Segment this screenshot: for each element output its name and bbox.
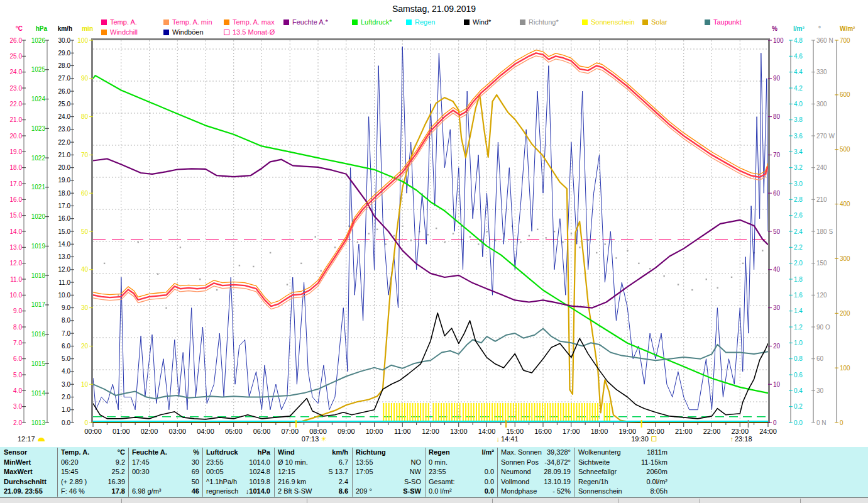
svg-text:1023: 1023 xyxy=(31,125,46,132)
svg-text:70: 70 xyxy=(773,152,781,158)
svg-text:15.0: 15.0 xyxy=(10,212,23,219)
svg-text:20.0: 20.0 xyxy=(58,164,71,171)
svg-text:3.0: 3.0 xyxy=(62,381,70,388)
table-cell-conditions-value: 2060m xyxy=(578,468,667,475)
table-cell-luftdruck-value: 1024.8 xyxy=(206,468,270,475)
svg-text:8.0: 8.0 xyxy=(62,317,70,324)
svg-text:01:00: 01:00 xyxy=(113,428,130,435)
svg-text:04:00: 04:00 xyxy=(197,428,214,435)
svg-text:2.0: 2.0 xyxy=(62,394,70,401)
strip-divider xyxy=(492,499,493,503)
table-cell-wind-value: 8.6 xyxy=(278,487,348,495)
svg-text:17:00: 17:00 xyxy=(563,428,580,435)
svg-text:2.4: 2.4 xyxy=(794,228,803,235)
svg-text:1017: 1017 xyxy=(31,301,46,308)
svg-text:2.0: 2.0 xyxy=(13,419,22,426)
table-cell-feuchte-value: 69 xyxy=(132,468,199,475)
svg-text:1.4: 1.4 xyxy=(794,307,803,314)
svg-text:0.4: 0.4 xyxy=(794,387,803,394)
svg-text:20.0: 20.0 xyxy=(10,133,23,140)
svg-text:0: 0 xyxy=(773,419,777,426)
svg-text:80: 80 xyxy=(773,113,781,120)
svg-text:3.0: 3.0 xyxy=(13,403,22,410)
svg-text:1015: 1015 xyxy=(31,360,46,367)
svg-text:24:00: 24:00 xyxy=(759,428,777,435)
table-column-separator xyxy=(352,448,353,497)
svg-text:270 W: 270 W xyxy=(816,133,835,140)
table-column-separator xyxy=(497,448,498,497)
svg-text:26.0: 26.0 xyxy=(58,88,71,95)
table-cell-wind-value: 6.7 xyxy=(278,458,348,466)
svg-text:15.0: 15.0 xyxy=(58,228,71,235)
svg-text:4.0: 4.0 xyxy=(13,387,22,394)
svg-text:11.0: 11.0 xyxy=(58,279,70,286)
svg-text:700: 700 xyxy=(840,37,850,44)
svg-text:00:00: 00:00 xyxy=(84,428,102,435)
svg-text:1.0: 1.0 xyxy=(62,406,70,413)
svg-text:3.8: 3.8 xyxy=(794,116,803,123)
svg-text:06:00: 06:00 xyxy=(253,428,271,435)
summary-table: SensorMinWertMaxWertDurchschnitt21.09. 2… xyxy=(0,447,868,497)
svg-text:40: 40 xyxy=(81,266,89,273)
svg-text:11:00: 11:00 xyxy=(394,428,411,435)
svg-text:50: 50 xyxy=(773,228,781,235)
svg-text:5.0: 5.0 xyxy=(62,355,70,362)
table-cell-richtung-label: Richtung xyxy=(356,448,386,456)
table-cell-astro-value: -34,872° xyxy=(501,458,571,466)
chart-plot-area[interactable]: 2.03.04.05.06.07.08.09.010.011.012.013.0… xyxy=(0,0,868,445)
svg-text:4.8: 4.8 xyxy=(794,37,803,44)
svg-text:3.0: 3.0 xyxy=(794,180,803,187)
svg-text:1024: 1024 xyxy=(31,96,46,102)
table-cell-richtung-value: NO xyxy=(356,458,421,466)
svg-text:02:00: 02:00 xyxy=(141,428,158,435)
svg-text:3.6: 3.6 xyxy=(794,133,803,140)
svg-text:09:00: 09:00 xyxy=(338,428,355,435)
svg-text:3.4: 3.4 xyxy=(794,148,803,155)
svg-text:4.2: 4.2 xyxy=(794,85,803,92)
table-cell-temp-value: 17.8 xyxy=(61,487,125,495)
weather-day-chart-app: Samstag, 21.09.2019 Temp. A.Temp. A. min… xyxy=(0,0,868,503)
svg-text:60: 60 xyxy=(81,190,89,197)
svg-text:210: 210 xyxy=(816,196,827,203)
table-cell-wind-value: 2.4 xyxy=(278,478,348,485)
svg-text:1013: 1013 xyxy=(31,419,46,426)
svg-text:18.0: 18.0 xyxy=(58,190,71,197)
table-column-separator xyxy=(274,448,275,497)
svg-text:180 S: 180 S xyxy=(816,228,833,235)
series-sonnenschein xyxy=(383,403,610,421)
svg-text:0.0: 0.0 xyxy=(62,419,70,426)
svg-text:70: 70 xyxy=(81,152,89,158)
svg-text:13:00: 13:00 xyxy=(450,428,468,435)
table-cell-luftdruck-value: 1019.8 xyxy=(206,478,270,485)
axis-lm2: 0.00.20.40.60.81.01.21.41.61.82.02.22.42… xyxy=(789,37,803,426)
svg-text:8.0: 8.0 xyxy=(13,324,22,331)
table-cell-temp-value: °C xyxy=(61,448,125,456)
svg-text:20: 20 xyxy=(81,343,89,350)
svg-text:12:00: 12:00 xyxy=(422,428,439,435)
svg-text:05:00: 05:00 xyxy=(225,428,243,435)
svg-text:100: 100 xyxy=(840,365,850,372)
table-cell-regen-value: l/m² xyxy=(429,448,494,456)
svg-text:30.0: 30.0 xyxy=(58,37,71,44)
svg-text:90 O: 90 O xyxy=(816,324,830,331)
table-cell-richtung-value: S-SW xyxy=(356,487,421,495)
svg-text:1025: 1025 xyxy=(31,66,46,73)
svg-text:19:00: 19:00 xyxy=(618,428,636,435)
svg-text:4.0: 4.0 xyxy=(62,368,70,375)
table-cell-feuchte-value: 50 xyxy=(132,478,199,485)
svg-text:22.0: 22.0 xyxy=(58,139,71,146)
svg-text:1.0: 1.0 xyxy=(794,340,803,346)
svg-text:25.0: 25.0 xyxy=(10,53,23,60)
axis-wm2: 0100200300400500600700 xyxy=(835,37,850,426)
arrow-up-icon: ↑ xyxy=(730,435,733,443)
sunset-time-marker: 19:30 xyxy=(631,435,656,443)
table-row-label: 21.09. 23:55 xyxy=(4,487,43,495)
table-column-separator xyxy=(57,448,58,497)
table-cell-astro-value: - 52% xyxy=(501,487,571,495)
svg-text:10:00: 10:00 xyxy=(366,428,383,435)
table-cell-wind-value: km/h xyxy=(278,448,348,456)
axis-degC: 2.03.04.05.06.07.08.09.010.011.012.013.0… xyxy=(10,37,26,426)
axis-min: 0102030405060708090100 xyxy=(77,37,93,426)
svg-text:1.6: 1.6 xyxy=(794,292,803,299)
svg-text:0 N: 0 N xyxy=(816,419,827,426)
